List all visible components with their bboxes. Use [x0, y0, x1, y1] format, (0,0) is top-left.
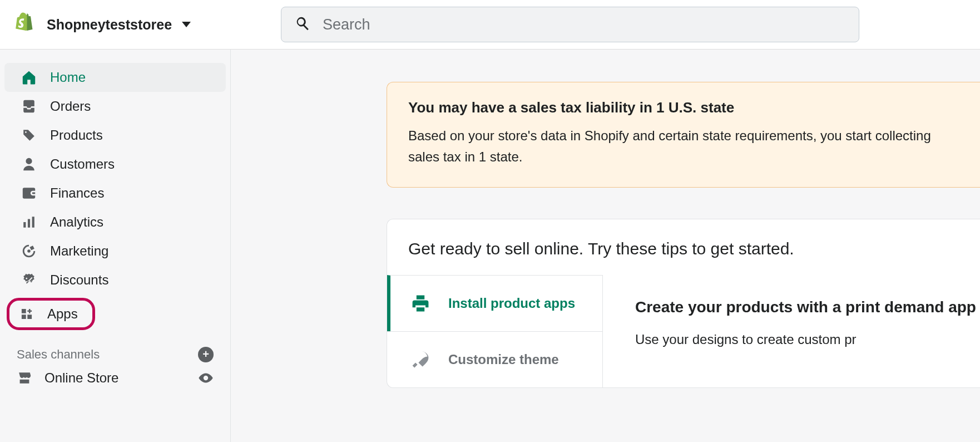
search-field[interactable] [281, 7, 859, 42]
sidebar-item-orders[interactable]: Orders [4, 92, 226, 121]
sidebar-item-label: Orders [50, 99, 91, 114]
store-selector[interactable]: Shopneyteststoree [12, 11, 196, 38]
sidebar-item-label: Marketing [50, 243, 108, 259]
sidebar-item-discounts[interactable]: Discounts [4, 266, 226, 294]
add-channel-button[interactable] [198, 347, 214, 362]
wallet-icon [21, 185, 37, 201]
sidebar-item-apps[interactable]: Apps [7, 298, 95, 330]
channel-online-store[interactable]: Online Store [0, 367, 230, 389]
sidebar-item-label: Finances [50, 185, 104, 201]
sidebar-item-label: Discounts [50, 272, 108, 288]
top-bar: Shopneyteststoree [0, 0, 980, 50]
banner-body: Based on your store's data in Shopify an… [408, 125, 959, 168]
sidebar-item-label: Home [50, 70, 86, 85]
tip-detail-title: Create your products with a print demand… [635, 295, 980, 319]
caret-down-icon [182, 22, 191, 27]
percent-badge-icon [21, 272, 37, 288]
sidebar-item-customers[interactable]: Customers [4, 150, 226, 179]
sidebar-item-finances[interactable]: Finances [4, 179, 226, 208]
sidebar-item-analytics[interactable]: Analytics [4, 208, 226, 237]
rocket-icon [410, 350, 430, 370]
card-header: Get ready to sell online. Try these tips… [387, 219, 980, 275]
shopify-logo-icon [12, 11, 34, 38]
person-icon [21, 156, 37, 172]
printer-icon [410, 293, 430, 313]
main-content: You may have a sales tax liability in 1 … [231, 50, 980, 442]
sidebar-item-label: Customers [50, 156, 115, 172]
banner-title: You may have a sales tax liability in 1 … [408, 99, 959, 116]
tip-detail-desc: Use your designs to create custom pr [635, 329, 980, 350]
view-store-button[interactable] [198, 370, 214, 386]
tip-install-apps[interactable]: Install product apps [387, 275, 602, 331]
sidebar-item-home[interactable]: Home [4, 63, 226, 92]
search-wrap [215, 7, 968, 42]
tax-warning-banner: You may have a sales tax liability in 1 … [387, 82, 980, 188]
tip-customize-theme[interactable]: Customize theme [387, 331, 602, 387]
tip-label: Install product apps [448, 296, 575, 311]
tip-label: Customize theme [448, 352, 559, 367]
search-input[interactable] [323, 16, 845, 33]
tips-list: Install product apps Customize theme [387, 275, 603, 387]
section-title: Sales channels [17, 347, 100, 362]
inbox-icon [21, 99, 37, 114]
sidebar-item-label: Products [50, 127, 103, 143]
search-icon [295, 16, 310, 33]
sidebar-item-label: Analytics [50, 214, 103, 230]
sidebar: Home Orders Products Customers Finances [0, 50, 231, 442]
bar-chart-icon [21, 214, 37, 230]
tip-detail: Create your products with a print demand… [603, 275, 980, 387]
channel-label: Online Store [44, 370, 118, 386]
sidebar-item-products[interactable]: Products [4, 121, 226, 150]
storefront-icon [17, 370, 32, 386]
target-icon [21, 243, 37, 259]
sidebar-item-marketing[interactable]: Marketing [4, 237, 226, 266]
sidebar-item-label: Apps [47, 306, 78, 322]
tag-icon [21, 127, 37, 143]
onboarding-card: Get ready to sell online. Try these tips… [387, 219, 980, 388]
home-icon [21, 70, 37, 85]
apps-grid-add-icon [19, 307, 34, 321]
sales-channels-header: Sales channels [0, 331, 230, 367]
store-name: Shopneyteststoree [47, 17, 172, 33]
